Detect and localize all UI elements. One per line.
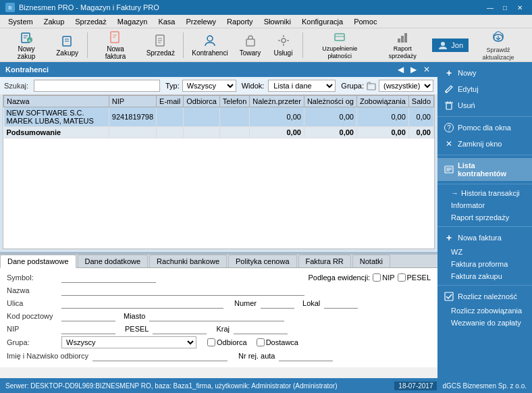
wezwanie-item[interactable]: Wezwanie do zapłaty: [437, 317, 532, 329]
tab-polityka-cenowa[interactable]: Polityka cenowa: [228, 255, 297, 267]
minimize-button[interactable]: —: [483, 2, 497, 13]
panel-close-button[interactable]: ✕: [421, 65, 432, 74]
symbol-input[interactable]: [61, 272, 156, 283]
wz-item[interactable]: WZ: [437, 246, 532, 258]
lokal-input[interactable]: [324, 298, 358, 309]
typ-select[interactable]: Wszyscy: [182, 80, 236, 92]
informator-item[interactable]: Informator: [437, 199, 532, 211]
col-zobowiazania[interactable]: Zobowiązania: [356, 96, 408, 107]
nip-label: NIP: [7, 325, 57, 333]
nowa-faktura-button[interactable]: Nowa faktura: [92, 31, 139, 59]
kraj-field[interactable]: [234, 323, 288, 334]
pesel-field[interactable]: [153, 323, 207, 334]
zakupy-button[interactable]: Zakupy: [51, 31, 83, 59]
uslugi-button[interactable]: Usługi: [269, 31, 298, 59]
toolbar: + Nowy zakup Zakupy Nowa faktura Sprzeda…: [0, 28, 532, 62]
menu-kasa[interactable]: Kasa: [153, 16, 180, 27]
svg-rect-16: [246, 39, 255, 46]
grupa-select[interactable]: (wszystkie): [379, 80, 433, 92]
rozlicz-naleznosc-button[interactable]: Rozlicz należność: [437, 288, 532, 305]
col-saldo[interactable]: Saldo: [408, 96, 433, 107]
menu-zakup[interactable]: Zakup: [38, 16, 70, 27]
kodpocztowy-input[interactable]: [61, 311, 115, 321]
cell-nazwa: NEW SOFTWARE S.C. MAREK LUBAS, MATEUS: [4, 107, 109, 127]
col-nazwa[interactable]: Nazwa: [4, 96, 109, 107]
grupa-form-select[interactable]: Wszyscy: [61, 336, 196, 348]
edytuj-button[interactable]: Edytuj: [437, 81, 532, 97]
panel-next-button[interactable]: ▶: [408, 65, 419, 74]
faktura-zakupu-item[interactable]: Faktura zakupu: [437, 270, 532, 282]
close-button[interactable]: ✕: [513, 2, 527, 13]
faktura-proforma-item[interactable]: Faktura proforma: [437, 258, 532, 270]
pesel-checkbox-label[interactable]: PESEL: [398, 273, 431, 282]
check-updates-button[interactable]: Sprawdź aktualizacje: [469, 31, 528, 59]
svg-rect-21: [401, 36, 404, 43]
svg-rect-22: [404, 33, 407, 43]
col-email[interactable]: E-mail: [157, 96, 184, 107]
form-content: Symbol: Podlega ewidencji: NIP PESEL: [0, 268, 437, 367]
dostawca-checkbox-label[interactable]: Dostawca: [257, 338, 298, 346]
menu-system[interactable]: System: [3, 16, 38, 27]
ulica-input[interactable]: [61, 298, 223, 309]
menu-slowniki[interactable]: Słowniki: [259, 16, 296, 27]
window-title: Biznesmen PRO - Magazyn i Faktury PRO: [19, 3, 159, 11]
imienazwisko-input[interactable]: [92, 350, 228, 361]
lista-kontrahentow-button[interactable]: Lista kontrahentów: [437, 158, 532, 181]
nazwa-label: Nazwa: [7, 286, 57, 294]
tab-notatki[interactable]: Notatki: [352, 255, 390, 267]
historia-transakcji-item[interactable]: → Historia transakcji: [437, 187, 532, 199]
pesel-checkbox[interactable]: [398, 273, 406, 282]
nazwa-input[interactable]: [61, 285, 304, 296]
tab-dane-dodatkowe[interactable]: Dane dodatkowe: [78, 255, 149, 267]
menu-pomoc[interactable]: Pomoc: [348, 16, 382, 27]
tab-faktura-rr[interactable]: Faktura RR: [298, 255, 351, 267]
data-table[interactable]: Nazwa NIP E-mail Odbiorca Telefon Należn…: [3, 95, 435, 249]
col-telefon[interactable]: Telefon: [219, 96, 249, 107]
status-bar: Serwer: DESKTOP-DD9L969:BIZNESMENP RO, b…: [0, 378, 532, 393]
odbiorca-checkbox[interactable]: [207, 338, 215, 346]
col-odbiorca[interactable]: Odbiorca: [184, 96, 220, 107]
menu-magazyn[interactable]: Magazyn: [112, 16, 153, 27]
col-naleznosci[interactable]: Należności og: [304, 96, 356, 107]
table-row[interactable]: NEW SOFTWARE S.C. MAREK LUBAS, MATEUS 92…: [4, 107, 434, 127]
zamknij-okno-button[interactable]: ✕ Zamknij okno: [437, 136, 532, 152]
nowy-zakup-button[interactable]: + Nowy zakup: [4, 31, 49, 59]
nrrej-input[interactable]: [279, 350, 333, 361]
miasto-input[interactable]: [149, 311, 284, 321]
nowy-button[interactable]: + Nowy: [437, 65, 532, 81]
menu-konfiguracja[interactable]: Konfiguracja: [296, 16, 348, 27]
nip-checkbox[interactable]: [373, 273, 381, 282]
cell-email: [157, 107, 184, 127]
nip-checkbox-label[interactable]: NIP: [373, 273, 394, 282]
search-input[interactable]: [34, 80, 160, 92]
towary-button[interactable]: Towary: [235, 31, 266, 59]
pomoc-okna-button[interactable]: ? Pomoc dla okna: [437, 120, 532, 136]
rozlicz-zobowiazania-item[interactable]: Rozlicz zobowiązania: [437, 305, 532, 317]
svg-point-17: [282, 38, 286, 43]
menu-sprzedaz[interactable]: Sprzedaż: [70, 16, 111, 27]
widok-select[interactable]: Lista i dane: [268, 80, 336, 92]
panel-prev-button[interactable]: ◀: [396, 65, 406, 74]
sprzedaz-button[interactable]: Sprzedaż: [142, 31, 179, 59]
menu-raporty[interactable]: Raporty: [221, 16, 259, 27]
odbiorca-checkbox-label[interactable]: Odbiorca: [207, 338, 247, 346]
nowa-faktura-s-button[interactable]: + Nowa faktura: [437, 230, 532, 246]
menu-przelewy[interactable]: Przelewy: [180, 16, 221, 27]
maximize-button[interactable]: □: [498, 2, 512, 13]
numer-input[interactable]: [261, 298, 294, 309]
typ-label: Typ:: [165, 82, 180, 90]
raport-button[interactable]: Raport sprzedaży: [375, 31, 429, 59]
tab-dane-podstawowe[interactable]: Dane podstawowe: [0, 255, 76, 268]
kraj-label: Kraj: [216, 325, 230, 333]
nip-field[interactable]: [61, 323, 115, 334]
uzupelnienie-icon: [332, 30, 347, 44]
kontrahenci-button[interactable]: Kontrahenci: [188, 31, 232, 59]
plus-icon: +: [444, 68, 454, 78]
col-nip[interactable]: NIP: [109, 96, 156, 107]
col-nalezn[interactable]: Należn.przeter: [250, 96, 304, 107]
dostawca-checkbox[interactable]: [257, 338, 265, 346]
tab-rachunki-bankowe[interactable]: Rachunki bankowe: [149, 255, 227, 267]
uzupelnienie-button[interactable]: Uzupełnienie płatności: [307, 31, 373, 59]
usun-button[interactable]: Usuń: [437, 97, 532, 113]
raport-sprzedazy-item[interactable]: Raport sprzedaży: [437, 211, 532, 224]
